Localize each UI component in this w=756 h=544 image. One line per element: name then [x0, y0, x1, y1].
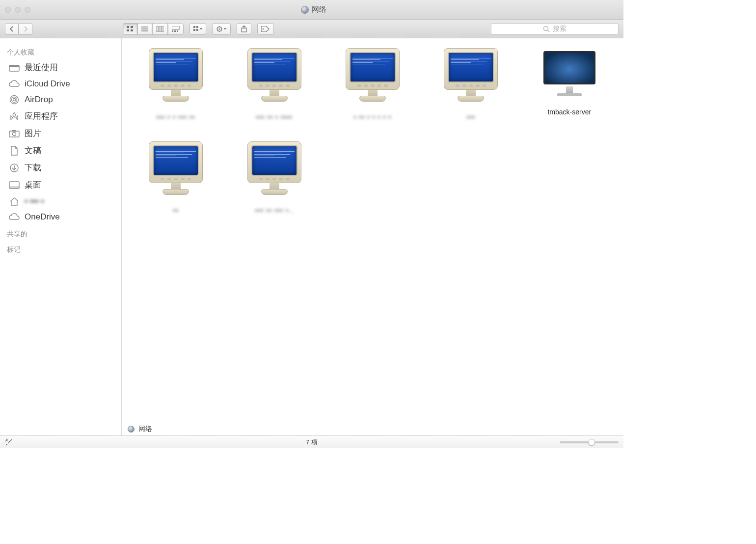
search-field[interactable]: 搜索 — [491, 23, 619, 35]
sidebar-item-label: 最近使用 — [25, 62, 58, 73]
icon-size-slider[interactable] — [560, 441, 619, 443]
status-text: 7 项 — [306, 438, 318, 447]
action-button[interactable] — [212, 23, 231, 35]
sidebar-item-recents[interactable]: 最近使用 — [0, 59, 121, 76]
sidebar-item-downloads[interactable]: 下载 — [0, 159, 121, 176]
sidebar-item-airdrop[interactable]: AirDrop — [0, 92, 121, 108]
traffic-lights — [5, 7, 30, 13]
sidebar-item-label: 下载 — [25, 162, 41, 173]
sidebar-item-onedrive[interactable]: OneDrive — [0, 209, 121, 225]
network-globe-icon — [128, 426, 135, 433]
sidebar-item-desktop[interactable]: 桌面 — [0, 176, 121, 193]
svg-rect-39 — [12, 130, 16, 132]
status-bar: 7 项 — [0, 435, 623, 448]
icon-view-area[interactable]: ▪︎▪︎▪︎ ▪︎ ▪︎ ▪︎▪︎▪︎ ▪︎▪︎ ▪︎▪︎▪︎ ▪︎▪︎ ▪︎ … — [122, 38, 623, 422]
sidebar-item-documents[interactable]: 文稿 — [0, 142, 121, 159]
path-location: 网络 — [138, 425, 152, 434]
gallery-view-button[interactable] — [168, 23, 184, 35]
network-item[interactable]: ▪︎▪︎▪︎ ▪︎▪︎ ▪︎▪︎▪︎ ▪︎.. — [225, 141, 323, 235]
titlebar: 网络 — [0, 0, 623, 20]
network-item[interactable]: ▪︎▪︎▪︎ — [422, 48, 520, 141]
customize-toolbar-icon[interactable] — [5, 438, 13, 446]
sidebar-item-pictures[interactable]: 图片 — [0, 125, 121, 142]
view-buttons — [123, 23, 184, 35]
sidebar-section-favorites: 个人收藏 — [0, 46, 121, 59]
item-label: ▪︎ ▪︎▪︎ ▪︎ ▪︎ ▪︎ ▪︎ ▪︎ — [353, 113, 391, 121]
content-area: ▪︎▪︎▪︎ ▪︎ ▪︎ ▪︎▪︎▪︎ ▪︎▪︎ ▪︎▪︎▪︎ ▪︎▪︎ ▪︎ … — [122, 38, 623, 435]
share-button[interactable] — [237, 23, 251, 35]
document-icon — [9, 146, 20, 156]
svg-rect-9 — [162, 26, 164, 32]
svg-rect-11 — [172, 30, 173, 32]
svg-line-27 — [221, 27, 221, 27]
sidebar-item-label: 图片 — [25, 128, 41, 139]
svg-rect-1 — [131, 26, 133, 28]
svg-point-30 — [544, 26, 548, 30]
list-view-button[interactable] — [137, 23, 152, 35]
svg-point-29 — [263, 28, 264, 29]
sidebar-item-label: ▪︎ ▪︎▪︎▪︎ ▪︎ — [25, 196, 44, 206]
recents-icon — [9, 63, 20, 73]
item-label: ▪︎▪︎ — [173, 206, 179, 214]
sidebar-item-label: 文稿 — [25, 145, 41, 156]
desktop-icon — [9, 180, 20, 190]
svg-point-19 — [219, 28, 220, 29]
network-item[interactable]: ▪︎▪︎ — [127, 141, 225, 235]
group-by-button[interactable] — [189, 23, 206, 35]
camera-icon — [9, 129, 20, 138]
svg-point-36 — [13, 99, 16, 101]
icon-view-button[interactable] — [123, 23, 137, 35]
svg-rect-15 — [196, 26, 198, 28]
sidebar-item-label: AirDrop — [25, 95, 53, 105]
network-item[interactable]: ▪︎▪︎▪︎ ▪︎ ▪︎ ▪︎▪︎▪︎ ▪︎▪︎ — [127, 48, 225, 141]
pc-monitor-icon — [341, 48, 405, 107]
column-view-button[interactable] — [152, 23, 168, 35]
svg-line-26 — [217, 30, 218, 30]
cloud-icon — [9, 79, 20, 89]
toolbar: 搜索 — [0, 20, 623, 38]
sidebar-section-tags: 标记 — [0, 244, 121, 256]
nav-buttons — [5, 23, 32, 35]
svg-line-25 — [221, 30, 221, 30]
sidebar-item-applications[interactable]: 应用程序 — [0, 108, 121, 125]
network-item[interactable]: tmback-server — [520, 48, 619, 141]
network-item[interactable]: ▪︎ ▪︎▪︎ ▪︎ ▪︎ ▪︎ ▪︎ ▪︎ — [324, 48, 422, 141]
sidebar-item-icloud[interactable]: iCloud Drive — [0, 76, 121, 92]
svg-rect-12 — [174, 30, 176, 32]
cloud-icon — [9, 212, 20, 222]
path-bar[interactable]: 网络 — [122, 422, 623, 435]
pc-monitor-icon — [144, 141, 208, 200]
item-label: ▪︎▪︎▪︎ ▪︎▪︎ ▪︎ ▪︎▪︎▪︎▪︎ — [256, 113, 292, 121]
pc-monitor-icon — [144, 48, 208, 107]
forward-button[interactable] — [19, 23, 32, 35]
svg-rect-17 — [196, 29, 198, 31]
airdrop-icon — [9, 95, 20, 105]
window-title-text: 网络 — [312, 5, 326, 14]
svg-rect-13 — [177, 30, 178, 32]
svg-rect-33 — [9, 65, 19, 67]
sidebar-item-label: 应用程序 — [25, 110, 58, 122]
tags-button[interactable] — [257, 23, 274, 35]
svg-rect-10 — [172, 26, 180, 29]
item-label: ▪︎▪︎▪︎ ▪︎ ▪︎ ▪︎▪︎▪︎ ▪︎▪︎ — [157, 113, 195, 121]
sidebar-section-shared: 共享的 — [0, 228, 121, 241]
svg-rect-7 — [156, 26, 158, 32]
sidebar-item-home[interactable]: ▪︎ ▪︎▪︎▪︎ ▪︎ — [0, 193, 121, 209]
svg-rect-3 — [131, 29, 133, 31]
zoom-window-button[interactable] — [25, 7, 30, 13]
close-window-button[interactable] — [5, 7, 11, 13]
svg-rect-8 — [159, 26, 161, 32]
svg-rect-2 — [127, 29, 129, 31]
network-item[interactable]: ▪︎▪︎▪︎ ▪︎▪︎ ▪︎ ▪︎▪︎▪︎▪︎ — [225, 48, 323, 141]
item-label: ▪︎▪︎▪︎ ▪︎▪︎ ▪︎▪︎▪︎ ▪︎.. — [255, 206, 294, 214]
pc-monitor-icon — [439, 48, 503, 107]
minimize-window-button[interactable] — [15, 7, 21, 13]
svg-line-31 — [548, 30, 550, 32]
sidebar-item-label: 桌面 — [25, 179, 41, 190]
item-label: ▪︎▪︎▪︎ — [466, 113, 475, 121]
slider-knob[interactable] — [588, 439, 595, 446]
svg-rect-42 — [9, 186, 19, 189]
sidebar-item-label: OneDrive — [25, 212, 60, 222]
search-icon — [543, 26, 550, 32]
back-button[interactable] — [5, 23, 19, 35]
